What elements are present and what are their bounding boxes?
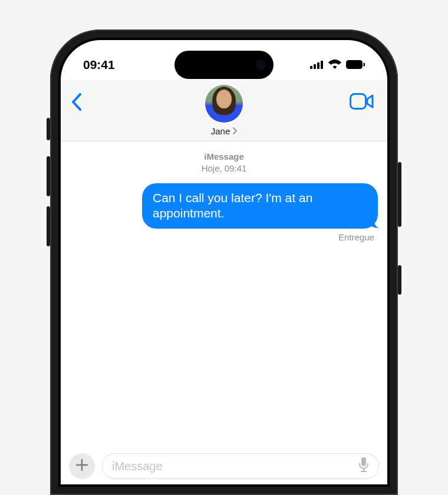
- cellular-icon: [310, 58, 324, 72]
- add-attachment-button[interactable]: [69, 453, 95, 479]
- input-placeholder: iMessage: [112, 460, 163, 473]
- timestamp: Hoje, 09:41: [70, 163, 378, 174]
- svg-rect-5: [364, 63, 365, 67]
- message-text: Can I call you later? I'm at an appointm…: [153, 191, 312, 220]
- message-input[interactable]: iMessage: [102, 453, 379, 479]
- svg-rect-3: [321, 61, 323, 69]
- phone-frame: 09:41: [50, 29, 398, 495]
- chevron-right-icon: [232, 126, 237, 136]
- battery-icon: [346, 58, 365, 72]
- dynamic-island: [174, 51, 274, 79]
- svg-rect-2: [317, 62, 319, 69]
- contact-avatar[interactable]: [205, 85, 243, 123]
- conversation-header: Jane: [61, 80, 387, 141]
- front-camera: [256, 60, 265, 70]
- service-label: iMessage: [70, 151, 378, 163]
- bubble-tail-icon: [367, 216, 379, 228]
- svg-rect-0: [310, 66, 312, 69]
- facetime-button[interactable]: [350, 93, 374, 112]
- message-metadata: iMessage Hoje, 09:41: [70, 151, 378, 175]
- phone-camera-button: [398, 265, 401, 295]
- plus-icon: [75, 457, 88, 476]
- phone-power-button: [398, 162, 401, 227]
- conversation-body[interactable]: iMessage Hoje, 09:41 Can I call you late…: [61, 141, 387, 415]
- compose-bar: iMessage: [61, 448, 387, 484]
- contact-name: Jane: [211, 126, 230, 136]
- sent-message-bubble[interactable]: Can I call you later? I'm at an appointm…: [142, 183, 378, 229]
- status-time: 09:41: [83, 58, 115, 72]
- svg-rect-7: [361, 457, 366, 466]
- back-button[interactable]: [71, 93, 82, 113]
- svg-rect-4: [346, 60, 363, 69]
- screen: 09:41: [61, 40, 387, 484]
- dictation-button[interactable]: [358, 457, 369, 475]
- contact-name-button[interactable]: Jane: [211, 126, 238, 136]
- svg-rect-1: [314, 64, 316, 69]
- wifi-icon: [328, 58, 341, 72]
- svg-rect-6: [351, 94, 366, 109]
- delivery-status: Entregue: [70, 232, 378, 242]
- message-row: Can I call you later? I'm at an appointm…: [70, 183, 378, 229]
